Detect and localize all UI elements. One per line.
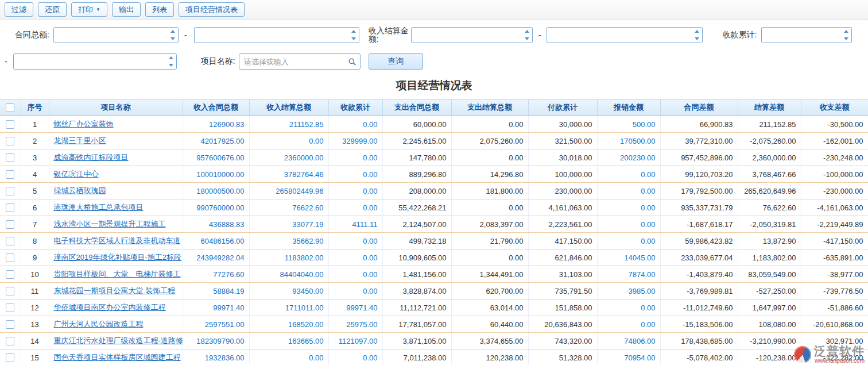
cell-project-name[interactable]: 绿城云栖玫瑰园 xyxy=(49,183,183,199)
cell-income-contract-total[interactable]: 243949282.04 xyxy=(183,249,249,266)
row-checkbox[interactable] xyxy=(6,237,14,245)
cell-collection-total[interactable]: 0.00 xyxy=(328,283,382,299)
spinner[interactable] xyxy=(842,28,851,42)
cell-income-contract-total[interactable]: 436888.83 xyxy=(183,216,249,233)
row-checkbox[interactable] xyxy=(6,287,14,295)
cell-income-settle-total[interactable]: 76622.60 xyxy=(249,199,328,216)
cell-income-settle-total[interactable]: 3782764.46 xyxy=(249,166,328,183)
cell-reimburse-amount[interactable]: 0.00 xyxy=(597,316,660,333)
cell-reimburse-amount[interactable]: 0.00 xyxy=(597,233,660,249)
project-name-input[interactable] xyxy=(239,53,361,70)
cell-income-contract-total[interactable]: 2597551.00 xyxy=(183,316,249,333)
row-checkbox[interactable] xyxy=(6,337,14,345)
spinner-up-icon[interactable] xyxy=(166,55,176,62)
cell-income-contract-total[interactable]: 100010000.00 xyxy=(183,166,249,183)
cell-income-settle-total[interactable]: 0.00 xyxy=(249,133,328,149)
report-tab-button[interactable]: 项目经营情况表 xyxy=(179,2,245,17)
cell-project-name[interactable]: 浅水湾小区一期景观提升工程施工 xyxy=(49,216,183,233)
cell-project-name[interactable]: 电子科技大学区域人行道及非机动车道 xyxy=(49,233,183,249)
row-checkbox[interactable] xyxy=(6,320,14,329)
export-button[interactable]: 输出 xyxy=(112,2,141,17)
cell-income-settle-total[interactable]: 168520.00 xyxy=(249,316,328,333)
cell-project-name[interactable]: 贵阳项目样板间、大堂、电梯厅装修工 xyxy=(49,266,183,283)
column-header-collection-total[interactable]: 收款累计 xyxy=(328,99,382,116)
cell-project-name[interactable]: 华侨城项目南区办公室内装修工程 xyxy=(49,299,183,316)
column-header-project-name[interactable]: 项目名称 xyxy=(49,99,183,116)
cell-reimburse-amount[interactable]: 170500.00 xyxy=(597,133,660,149)
cell-collection-total[interactable]: 0.00 xyxy=(328,149,382,166)
cell-collection-total[interactable]: 1121097.00 xyxy=(328,333,382,349)
cell-project-name[interactable]: 银亿滨江中心 xyxy=(49,166,183,183)
contract-total-max-input[interactable] xyxy=(194,27,359,43)
collection-total-max-field[interactable] xyxy=(14,54,176,69)
column-header-balance-diff[interactable]: 收支差额 xyxy=(801,99,868,116)
collection-total-min-field[interactable] xyxy=(762,28,851,43)
cell-income-settle-total[interactable]: 1183802.00 xyxy=(249,249,328,266)
spinner-down-icon[interactable] xyxy=(522,35,532,42)
cell-project-name[interactable]: 潼南区2019年绿化补贴项目-施工2标段 xyxy=(49,249,183,266)
row-checkbox[interactable] xyxy=(6,120,14,129)
cell-income-settle-total[interactable]: 84404040.00 xyxy=(249,266,328,283)
cell-project-name[interactable]: 成渝高铁内江标段项目 xyxy=(49,149,183,166)
column-header-income-settle-total[interactable]: 收入结算总额 xyxy=(249,99,328,116)
cell-reimburse-amount[interactable]: 70954.00 xyxy=(597,349,660,365)
spinner-down-icon[interactable] xyxy=(842,35,851,42)
cell-income-contract-total[interactable]: 77276.60 xyxy=(183,266,249,283)
cell-collection-total[interactable]: 0.00 xyxy=(328,249,382,266)
cell-income-contract-total[interactable]: 58884.19 xyxy=(183,283,249,299)
cell-reimburse-amount[interactable]: 200230.00 xyxy=(597,149,660,166)
cell-project-name[interactable]: 港珠澳大桥施工总承包项目 xyxy=(49,199,183,216)
cell-income-settle-total[interactable]: 211152.85 xyxy=(249,116,328,133)
spinner[interactable] xyxy=(349,28,358,42)
collection-total-max-input[interactable] xyxy=(13,53,177,70)
contract-total-min-input[interactable] xyxy=(53,27,179,43)
row-checkbox[interactable] xyxy=(6,153,14,162)
cell-collection-total[interactable]: 329999.00 xyxy=(328,133,382,149)
cell-collection-total[interactable]: 0.00 xyxy=(328,266,382,283)
row-checkbox[interactable] xyxy=(6,170,14,179)
column-header-income-contract-total[interactable]: 收入合同总额 xyxy=(183,99,249,116)
filter-button[interactable]: 过滤 xyxy=(5,2,33,17)
column-header-expense-settle-total[interactable]: 支出结算总额 xyxy=(451,99,528,116)
cell-income-contract-total[interactable]: 957600676.00 xyxy=(183,149,249,166)
cell-reimburse-amount[interactable]: 3985.00 xyxy=(597,283,660,299)
cell-income-contract-total[interactable]: 60486156.00 xyxy=(183,233,249,249)
spinner[interactable] xyxy=(692,28,702,42)
cell-collection-total[interactable]: 4111.11 xyxy=(328,216,382,233)
cell-reimburse-amount[interactable]: 500.00 xyxy=(597,116,660,133)
cell-income-settle-total[interactable]: 265802449.96 xyxy=(249,183,328,199)
cell-income-settle-total[interactable]: 35662.90 xyxy=(249,233,328,249)
select-all-checkbox[interactable] xyxy=(6,103,14,112)
cell-collection-total[interactable]: 0.00 xyxy=(328,349,382,365)
cell-reimburse-amount[interactable]: 14045.00 xyxy=(597,249,660,266)
cell-project-name[interactable]: 龙湖三千里小区 xyxy=(49,133,183,149)
spinner[interactable] xyxy=(522,28,532,42)
cell-project-name[interactable]: 重庆江北污水处理厂级改造工程-道路修 xyxy=(49,333,183,349)
cell-income-settle-total[interactable]: 163665.00 xyxy=(249,333,328,349)
column-header-payment-total[interactable]: 付款累计 xyxy=(528,99,597,116)
collection-total-min-input[interactable] xyxy=(761,27,852,43)
row-checkbox[interactable] xyxy=(6,303,14,312)
cell-reimburse-amount[interactable]: 74806.00 xyxy=(597,333,660,349)
income-settlement-max-input[interactable] xyxy=(547,27,703,43)
cell-income-contract-total[interactable]: 1932836.00 xyxy=(183,349,249,365)
cell-collection-total[interactable]: 0.00 xyxy=(328,199,382,216)
cell-project-name[interactable]: 螺丝厂办公室装饰 xyxy=(49,116,183,133)
income-settlement-min-field[interactable] xyxy=(412,28,532,43)
column-header-contract-diff[interactable]: 合同差额 xyxy=(660,99,738,116)
spinner-up-icon[interactable] xyxy=(842,28,851,35)
spinner-up-icon[interactable] xyxy=(349,28,358,35)
spinner-down-icon[interactable] xyxy=(349,35,358,42)
row-checkbox[interactable] xyxy=(6,270,14,279)
cell-income-settle-total[interactable]: 1711011.00 xyxy=(249,299,328,316)
cell-income-settle-total[interactable]: 2360000.00 xyxy=(249,149,328,166)
spinner-down-icon[interactable] xyxy=(166,62,176,68)
cell-income-settle-total[interactable]: 93450.00 xyxy=(249,283,328,299)
print-button[interactable]: 打印 ▼ xyxy=(71,2,107,17)
contract-total-max-field[interactable] xyxy=(195,28,359,43)
cell-income-contract-total[interactable]: 99971.40 xyxy=(183,299,249,316)
row-checkbox[interactable] xyxy=(6,137,14,145)
cell-reimburse-amount[interactable]: 0.00 xyxy=(597,199,660,216)
cell-income-contract-total[interactable]: 990760000.00 xyxy=(183,199,249,216)
spinner-down-icon[interactable] xyxy=(168,35,177,42)
